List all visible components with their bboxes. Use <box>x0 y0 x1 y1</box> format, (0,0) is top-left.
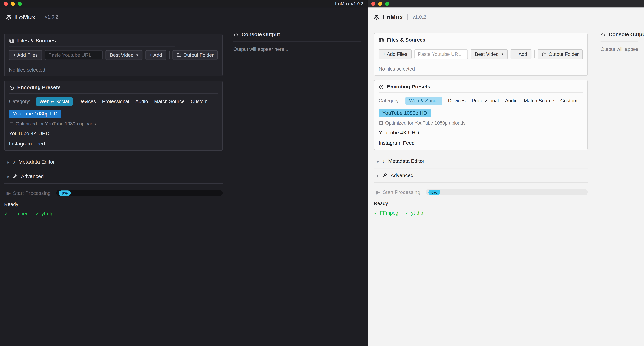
dependency-status: ✓ FFmpeg ✓ yt-dlp <box>4 211 222 216</box>
console-title: Console Output <box>242 32 280 37</box>
tab-devices[interactable]: Devices <box>78 97 96 106</box>
process-row: ▶ Start Processing 0% <box>374 188 588 196</box>
titlebar-light-window <box>368 0 644 7</box>
app-header: LoMux v1.0.2 <box>0 7 368 26</box>
controls-divider <box>534 50 534 59</box>
app-version: v1.0.2 <box>45 14 58 20</box>
window-controls <box>4 2 22 6</box>
film-icon <box>9 38 14 43</box>
output-folder-button[interactable]: Output Folder <box>172 50 218 60</box>
window-close-button[interactable] <box>371 2 376 6</box>
dependency-name: yt-dlp <box>42 211 54 216</box>
chevron-right-icon: ▸ <box>7 160 10 164</box>
preset-item-selected[interactable]: YouTube 1080p HD <box>379 109 431 117</box>
add-url-button[interactable]: + Add <box>510 49 531 59</box>
folder-icon <box>176 53 182 58</box>
controls-divider <box>169 51 170 59</box>
app-logo-icon <box>6 14 12 20</box>
window-zoom-button[interactable] <box>18 2 22 6</box>
preset-item[interactable]: Instagram Feed <box>379 140 583 146</box>
add-url-button[interactable]: + Add <box>145 50 166 60</box>
dependency-ytdlp: ✓ yt-dlp <box>35 211 54 216</box>
tab-match-source[interactable]: Match Source <box>523 97 554 105</box>
dependency-name: FFmpeg <box>380 210 398 216</box>
advanced-section[interactable]: ▸ Advanced <box>374 168 588 183</box>
tab-web-social[interactable]: Web & Social <box>36 97 73 106</box>
tab-match-source[interactable]: Match Source <box>154 97 185 106</box>
folder-icon <box>542 52 546 57</box>
console-pane: Console Output Output will appear here..… <box>594 26 644 346</box>
tab-professional[interactable]: Professional <box>102 97 130 106</box>
advanced-label: Advanced <box>21 173 44 179</box>
encoding-presets-title: Encoding Presets <box>17 85 61 90</box>
chevron-down-icon: ▾ <box>502 52 503 56</box>
advanced-section[interactable]: ▸ Advanced <box>4 169 222 184</box>
target-icon <box>9 85 14 90</box>
category-tabs: Category: Web & Social Devices Professio… <box>4 94 222 108</box>
tab-audio[interactable]: Audio <box>505 97 518 105</box>
window-minimize-button[interactable] <box>11 2 15 6</box>
quality-select[interactable]: Best Video ▾ <box>106 50 142 60</box>
window-minimize-button[interactable] <box>378 2 382 6</box>
tab-web-social[interactable]: Web & Social <box>405 97 442 105</box>
preset-description: Optimized for YouTube 1080p uploads <box>10 121 218 126</box>
encoding-presets-title: Encoding Presets <box>387 84 430 90</box>
metadata-editor-label: Metadata Editor <box>388 158 424 164</box>
add-files-button[interactable]: + Add Files <box>379 49 412 59</box>
start-processing-button[interactable]: ▶ Start Processing <box>4 189 53 197</box>
window-close-button[interactable] <box>4 2 8 6</box>
preset-item[interactable]: Instagram Feed <box>9 141 218 147</box>
metadata-editor-section[interactable]: ▸ ♪ Metadata Editor <box>374 154 588 169</box>
music-note-icon: ♪ <box>13 159 15 165</box>
wrench-icon <box>13 174 18 179</box>
tab-devices[interactable]: Devices <box>448 97 466 105</box>
metadata-editor-section[interactable]: ▸ ♪ Metadata Editor <box>4 155 222 169</box>
youtube-url-input[interactable] <box>45 50 103 60</box>
encoding-presets-panel: Encoding Presets Category: Web & Social … <box>4 81 222 151</box>
advanced-label: Advanced <box>390 173 414 178</box>
code-icon <box>233 32 238 37</box>
start-processing-button[interactable]: ▶ Start Processing <box>374 188 423 196</box>
add-files-button[interactable]: + Add Files <box>9 50 42 60</box>
divider <box>233 41 362 42</box>
window-controls <box>371 2 390 6</box>
category-label: Category: <box>9 99 30 104</box>
divider <box>600 41 638 42</box>
preset-description-text: Optimized for YouTube 1080p uploads <box>385 120 466 125</box>
preset-item[interactable]: YouTube 4K UHD <box>9 131 218 136</box>
no-files-text: No files selected <box>4 64 222 76</box>
youtube-url-input[interactable] <box>414 49 468 59</box>
preset-item-selected[interactable]: YouTube 1080p HD <box>9 110 61 118</box>
chevron-down-icon: ▾ <box>136 53 138 57</box>
dependency-ffmpeg: ✓ FFmpeg <box>4 211 28 216</box>
preset-item[interactable]: YouTube 4K UHD <box>379 130 583 136</box>
quality-select[interactable]: Best Video ▾ <box>471 49 508 59</box>
checkbox-icon <box>10 122 13 125</box>
output-folder-label: Output Folder <box>184 52 214 58</box>
app-version: v1.0.2 <box>412 14 426 20</box>
output-folder-button[interactable]: Output Folder <box>538 49 583 59</box>
output-folder-label: Output Folder <box>548 51 579 57</box>
check-icon: ✓ <box>35 211 39 216</box>
dependency-name: FFmpeg <box>10 211 28 216</box>
check-icon: ✓ <box>374 210 378 216</box>
tab-custom[interactable]: Custom <box>560 97 578 105</box>
dependency-name: yt-dlp <box>411 210 423 216</box>
encoding-presets-panel: Encoding Presets Category: Web & Social … <box>374 80 588 150</box>
play-icon: ▶ <box>6 190 10 196</box>
window-title: LoMux v1.0.2 <box>335 1 364 6</box>
console-pane: Console Output Output will appear here..… <box>227 26 368 346</box>
wrench-icon <box>382 173 387 178</box>
app-name: LoMux <box>15 14 36 20</box>
tab-professional[interactable]: Professional <box>471 97 499 105</box>
files-sources-panel: Files & Sources + Add Files Best Video ▾… <box>374 33 588 76</box>
tab-custom[interactable]: Custom <box>190 97 208 106</box>
window-zoom-button[interactable] <box>385 2 389 6</box>
preset-list: YouTube 1080p HD Optimized for YouTube 1… <box>374 107 588 150</box>
tab-audio[interactable]: Audio <box>135 97 148 106</box>
quality-select-value: Best Video <box>475 51 499 57</box>
chevron-right-icon: ▸ <box>7 174 10 179</box>
app-name: LoMux <box>383 14 403 20</box>
progress-bar: 0% <box>56 190 223 196</box>
files-sources-title: Files & Sources <box>17 38 56 44</box>
